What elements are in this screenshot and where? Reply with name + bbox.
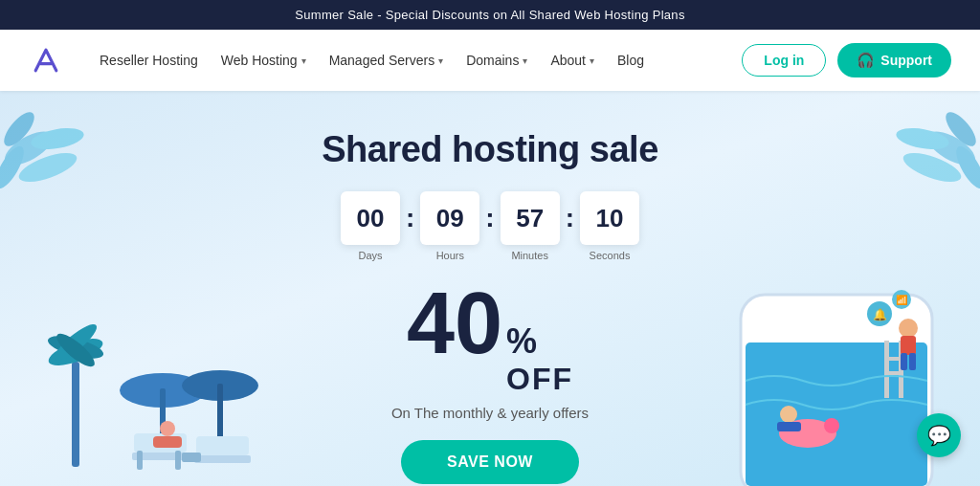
- countdown-seconds: 10 Seconds: [580, 191, 639, 261]
- nav-links: Reseller Hosting Web Hosting ▾ Managed S…: [90, 45, 742, 76]
- chevron-down-icon: ▾: [438, 55, 443, 66]
- discount-suffix: % OFF: [506, 320, 573, 397]
- beach-illustration: 🔔: [19, 266, 287, 486]
- countdown-days: 00 Days: [341, 191, 400, 261]
- hours-value: 09: [420, 191, 479, 245]
- top-banner: Summer Sale - Special Discounts on All S…: [0, 0, 980, 30]
- colon-1: :: [406, 191, 414, 233]
- navbar: Reseller Hosting Web Hosting ▾ Managed S…: [0, 30, 980, 91]
- leaf-decoration-left: [0, 91, 115, 206]
- save-now-button[interactable]: SAVE NOW: [401, 440, 579, 484]
- svg-rect-21: [137, 451, 143, 470]
- svg-rect-33: [884, 341, 889, 398]
- colon-3: :: [566, 191, 574, 233]
- svg-point-23: [160, 421, 175, 436]
- countdown-minutes: 57 Minutes: [501, 191, 560, 261]
- svg-point-37: [824, 418, 839, 433]
- svg-rect-24: [153, 436, 182, 448]
- nav-managed-servers[interactable]: Managed Servers ▾: [320, 45, 454, 76]
- svg-text:🔔: 🔔: [873, 307, 887, 321]
- svg-rect-41: [901, 336, 916, 355]
- chevron-down-icon: ▾: [523, 55, 527, 66]
- colon-2: :: [485, 191, 494, 233]
- svg-rect-42: [901, 353, 907, 370]
- days-label: Days: [358, 250, 382, 261]
- countdown-hours: 09 Hours: [420, 191, 479, 261]
- svg-point-38: [780, 406, 797, 423]
- svg-rect-22: [175, 451, 181, 470]
- hero-section: 🔔 🔔 📶 Shared hosting sale: [0, 91, 980, 486]
- hero-content: Shared hosting sale 00 Days : 09 Hours :…: [322, 129, 658, 486]
- days-value: 00: [341, 191, 400, 245]
- logo[interactable]: [29, 43, 63, 77]
- svg-point-40: [899, 319, 918, 338]
- seconds-value: 10: [580, 191, 639, 245]
- banner-text: Summer Sale - Special Discounts on All S…: [295, 8, 684, 22]
- nav-domains[interactable]: Domains ▾: [457, 45, 537, 76]
- headset-icon: 🎧: [857, 52, 875, 69]
- svg-rect-35: [884, 371, 903, 375]
- discount-number: 40: [407, 280, 502, 366]
- navbar-actions: Log in 🎧 Support: [742, 43, 951, 77]
- minutes-label: Minutes: [511, 250, 548, 261]
- svg-rect-10: [72, 362, 79, 467]
- nav-blog[interactable]: Blog: [608, 45, 654, 76]
- hours-label: Hours: [436, 250, 464, 261]
- svg-rect-43: [909, 353, 916, 370]
- svg-rect-25: [196, 436, 249, 455]
- seconds-label: Seconds: [590, 250, 631, 261]
- svg-rect-39: [777, 422, 801, 431]
- countdown: 00 Days : 09 Hours : 57 Minutes : 10 Sec…: [322, 191, 658, 261]
- support-button[interactable]: 🎧 Support: [837, 43, 951, 77]
- nav-web-hosting[interactable]: Web Hosting ▾: [212, 45, 316, 76]
- leaf-decoration-right: [856, 91, 980, 206]
- nav-about[interactable]: About ▾: [541, 45, 604, 76]
- svg-text:📶: 📶: [896, 294, 908, 306]
- chevron-down-icon: ▾: [301, 55, 306, 66]
- hero-title: Shared hosting sale: [322, 129, 658, 170]
- chevron-down-icon: ▾: [590, 55, 594, 66]
- chat-icon: 💬: [927, 424, 951, 447]
- discount-block: 40 % OFF: [322, 280, 658, 397]
- login-button[interactable]: Log in: [742, 44, 826, 77]
- percent-sign: %: [506, 320, 537, 362]
- svg-rect-27: [182, 453, 201, 462]
- nav-reseller-hosting[interactable]: Reseller Hosting: [90, 45, 208, 76]
- svg-rect-26: [194, 455, 251, 463]
- minutes-value: 57: [501, 191, 560, 245]
- discount-subtitle: On The monthly & yearly offers: [322, 405, 658, 421]
- pool-illustration: 🔔 📶: [712, 266, 961, 486]
- chat-bubble[interactable]: 💬: [917, 413, 961, 457]
- off-text: OFF: [506, 362, 573, 397]
